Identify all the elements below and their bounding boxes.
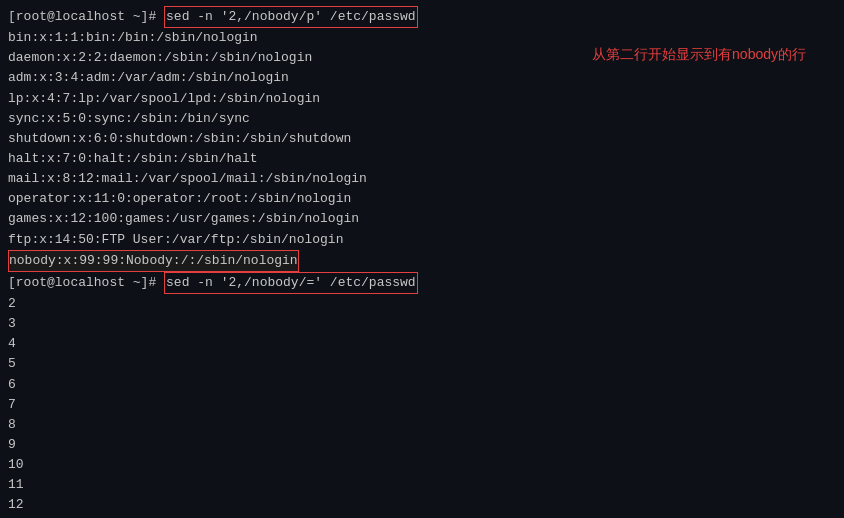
output-text-8: mail:x:8:12:mail:/var/spool/mail:/sbin/n… <box>8 169 367 189</box>
output-line-10: games:x:12:100:games:/usr/games:/sbin/no… <box>8 209 836 229</box>
num-6: 7 <box>8 395 16 415</box>
number-line-1: 2 <box>8 294 836 314</box>
output-text-2: daemon:x:2:2:daemon:/sbin:/sbin/nologin <box>8 48 312 68</box>
num-8: 9 <box>8 435 16 455</box>
output-line-3: adm:x:3:4:adm:/var/adm:/sbin/nologin <box>8 68 836 88</box>
number-line-11: 12 <box>8 495 836 515</box>
num-3: 4 <box>8 334 16 354</box>
terminal-content: [root@localhost ~]# sed -n '2,/nobody/p'… <box>8 6 836 518</box>
command-line-1: [root@localhost ~]# sed -n '2,/nobody/p'… <box>8 6 836 28</box>
output-text-3: adm:x:3:4:adm:/var/adm:/sbin/nologin <box>8 68 289 88</box>
output-text-11: ftp:x:14:50:FTP User:/var/ftp:/sbin/nolo… <box>8 230 343 250</box>
output-text-1: bin:x:1:1:bin:/bin:/sbin/nologin <box>8 28 258 48</box>
annotation-text: 从第二行开始显示到有nobody的行 <box>592 44 806 66</box>
prompt-2: [root@localhost ~]# <box>8 273 164 293</box>
nobody-highlighted-text: nobody:x:99:99:Nobody:/:/sbin/nologin <box>8 250 299 272</box>
number-line-7: 8 <box>8 415 836 435</box>
output-text-9: operator:x:11:0:operator:/root:/sbin/nol… <box>8 189 351 209</box>
num-5: 6 <box>8 375 16 395</box>
num-1: 2 <box>8 294 16 314</box>
num-4: 5 <box>8 354 16 374</box>
output-line-11: ftp:x:14:50:FTP User:/var/ftp:/sbin/nolo… <box>8 230 836 250</box>
number-line-2: 3 <box>8 314 836 334</box>
output-text-5: sync:x:5:0:sync:/sbin:/bin/sync <box>8 109 250 129</box>
nobody-line: nobody:x:99:99:Nobody:/:/sbin/nologin <box>8 250 836 272</box>
number-line-10: 11 <box>8 475 836 495</box>
output-line-4: lp:x:4:7:lp:/var/spool/lpd:/sbin/nologin <box>8 89 836 109</box>
number-line-3: 4 <box>8 334 836 354</box>
num-9: 10 <box>8 455 24 475</box>
output-text-4: lp:x:4:7:lp:/var/spool/lpd:/sbin/nologin <box>8 89 320 109</box>
output-text-10: games:x:12:100:games:/usr/games:/sbin/no… <box>8 209 359 229</box>
output-line-8: mail:x:8:12:mail:/var/spool/mail:/sbin/n… <box>8 169 836 189</box>
num-10: 11 <box>8 475 24 495</box>
output-line-5: sync:x:5:0:sync:/sbin:/bin/sync <box>8 109 836 129</box>
num-7: 8 <box>8 415 16 435</box>
number-line-5: 6 <box>8 375 836 395</box>
output-text-6: shutdown:x:6:0:shutdown:/sbin:/sbin/shut… <box>8 129 351 149</box>
num-2: 3 <box>8 314 16 334</box>
output-line-9: operator:x:11:0:operator:/root:/sbin/nol… <box>8 189 836 209</box>
command-line-2: [root@localhost ~]# sed -n '2,/nobody/='… <box>8 272 836 294</box>
output-line-6: shutdown:x:6:0:shutdown:/sbin:/sbin/shut… <box>8 129 836 149</box>
number-line-6: 7 <box>8 395 836 415</box>
number-line-8: 9 <box>8 435 836 455</box>
number-line-4: 5 <box>8 354 836 374</box>
terminal-window: [root@localhost ~]# sed -n '2,/nobody/p'… <box>0 0 844 518</box>
num-11: 12 <box>8 495 24 515</box>
command-1: sed -n '2,/nobody/p' /etc/passwd <box>164 6 418 28</box>
number-line-9: 10 <box>8 455 836 475</box>
output-line-7: halt:x:7:0:halt:/sbin:/sbin/halt <box>8 149 836 169</box>
command-2: sed -n '2,/nobody/=' /etc/passwd <box>164 272 418 294</box>
output-text-7: halt:x:7:0:halt:/sbin:/sbin/halt <box>8 149 258 169</box>
prompt-1: [root@localhost ~]# <box>8 7 164 27</box>
